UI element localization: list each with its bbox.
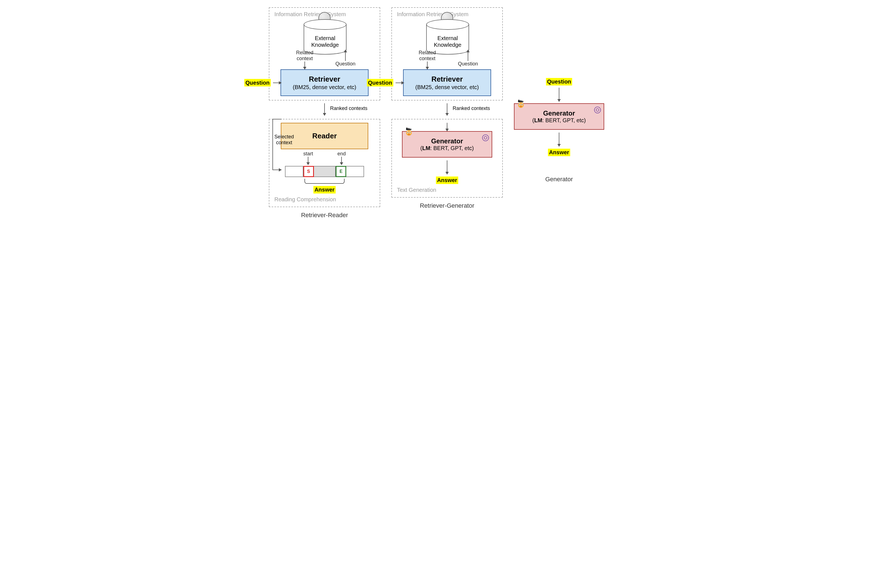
svg-point-7 xyxy=(484,136,487,139)
generator-sub-2: (LM: BERT, GPT, etc) xyxy=(517,117,601,124)
svg-point-14 xyxy=(596,109,599,111)
column-generator-only: Question xyxy=(514,6,604,183)
svg-point-6 xyxy=(408,134,410,135)
svg-point-5 xyxy=(410,132,410,133)
svg-point-10 xyxy=(519,104,520,105)
question-highlight-1: Question xyxy=(244,79,271,87)
question-arrow-label-1: Question xyxy=(335,61,355,67)
kb-retriever-arrows-2: Related context Question xyxy=(414,50,481,69)
bert-icon xyxy=(404,127,414,137)
generator-sub-1: (LM: BERT, GPT, etc) xyxy=(405,145,489,152)
reading-comp-footer: Reading Comprehension xyxy=(274,196,375,202)
retriever-title-2: Retriever xyxy=(408,75,486,84)
ir-system-box-2: Information Retrieval System External Kn… xyxy=(391,7,503,100)
answer-highlight-3: Answer xyxy=(548,148,570,156)
selected-context-arrow xyxy=(272,118,283,174)
column-retriever-reader: Information Retrieval System External Kn… xyxy=(269,6,380,219)
generator-title-1: Generator xyxy=(405,137,489,145)
caption-1: Retriever-Reader xyxy=(301,212,348,219)
answer-highlight-1: Answer xyxy=(313,186,336,194)
column-retriever-generator: Information Retrieval System External Kn… xyxy=(391,6,503,209)
question-arrow-label-2: Question xyxy=(458,61,478,67)
svg-point-13 xyxy=(520,106,522,107)
start-label: start xyxy=(304,151,313,157)
reading-comprehension-box: Reader Selected context start end xyxy=(269,119,380,207)
ir-system-box-1: Information Retrieval System External Kn… xyxy=(269,7,380,100)
caption-2: Retriever-Generator xyxy=(420,202,474,209)
generator-title-2: Generator xyxy=(517,110,601,117)
kb-retriever-arrows-1: Related context Question xyxy=(291,50,358,69)
retrieval-inner-1: External Knowledge Related context Quest… xyxy=(274,19,375,96)
retriever-title-1: Retriever xyxy=(285,75,364,84)
generator-box-1: Generator (LM: BERT, GPT, etc) xyxy=(402,131,492,158)
knowledge-cylinder-2: External Knowledge xyxy=(426,19,468,50)
question-highlight-3: Question xyxy=(546,78,572,86)
qa-architectures-diagram: Information Retrieval System External Kn… xyxy=(6,6,867,219)
reader-title: Reader xyxy=(312,132,337,140)
related-context-label-1: Related context xyxy=(294,50,316,62)
knowledge-label-2: External Knowledge xyxy=(434,35,461,48)
question-input-1: Question xyxy=(244,79,281,87)
svg-point-3 xyxy=(407,132,408,133)
svg-point-12 xyxy=(522,104,523,105)
ranked-contexts-arrow-1: Ranked contexts xyxy=(269,103,380,116)
text-gen-footer: Text Generation xyxy=(397,187,497,193)
retriever-box-1: Retriever (BM25, dense vector, etc) xyxy=(281,69,368,96)
answer-highlight-2: Answer xyxy=(436,177,458,184)
retriever-sub-1: (BM25, dense vector, etc) xyxy=(285,84,364,90)
ranked-label-2: Ranked contexts xyxy=(453,105,490,111)
ranked-label-1: Ranked contexts xyxy=(330,105,367,111)
span-start-marker: S xyxy=(304,166,314,177)
knowledge-label: External Knowledge xyxy=(311,35,339,48)
context-span-bar: S E xyxy=(285,166,364,177)
text-generation-box: Generator (LM: BERT, GPT, etc) Answer Te… xyxy=(391,119,503,198)
generator-box-2: Generator (LM: BERT, GPT, etc) xyxy=(514,103,604,130)
bert-icon-2 xyxy=(516,99,526,109)
retriever-sub-2: (BM25, dense vector, etc) xyxy=(408,84,486,90)
openai-icon-2 xyxy=(594,106,601,114)
question-input-2: Question xyxy=(367,79,404,87)
reader-output-arrows: start end xyxy=(291,151,358,165)
openai-icon xyxy=(482,134,490,142)
related-context-label-2: Related context xyxy=(416,50,439,62)
question-highlight-2: Question xyxy=(367,79,393,87)
span-end-marker: E xyxy=(336,166,346,177)
answer-bracket xyxy=(305,179,344,184)
ranked-contexts-arrow-2: Ranked contexts xyxy=(391,103,503,116)
knowledge-cylinder-1: External Knowledge xyxy=(304,19,346,50)
svg-marker-0 xyxy=(279,168,282,171)
retriever-box-2: Retriever (BM25, dense vector, etc) xyxy=(403,69,491,96)
end-label: end xyxy=(337,151,346,157)
caption-3: Generator xyxy=(545,176,573,183)
